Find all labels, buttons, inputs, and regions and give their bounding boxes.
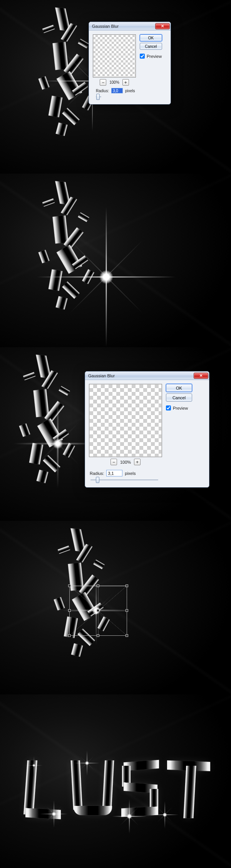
tutorial-step-5-final: [0, 694, 231, 868]
plus-icon: +: [136, 460, 139, 464]
letter-u: [70, 758, 116, 824]
zoom-in-button[interactable]: +: [122, 79, 129, 86]
ok-label: OK: [176, 386, 182, 390]
dialog-titlebar[interactable]: Gaussian Blur ✕: [89, 22, 171, 30]
zoom-level: 100%: [109, 80, 119, 84]
tutorial-step-3: Gaussian Blur ✕ − 100% + Radius: pixels: [0, 347, 231, 521]
close-button[interactable]: ✕: [155, 23, 170, 29]
tutorial-step-2: [0, 174, 231, 347]
filter-preview[interactable]: [93, 34, 136, 78]
radius-input[interactable]: [106, 470, 122, 476]
transform-handle[interactable]: [68, 609, 71, 612]
minus-icon: −: [112, 460, 115, 464]
close-icon: ✕: [161, 24, 164, 28]
transform-bounding-box[interactable]: [69, 586, 127, 636]
radius-slider[interactable]: [90, 476, 158, 483]
preview-checkbox-row[interactable]: Preview: [140, 54, 162, 59]
close-button[interactable]: ✕: [194, 373, 208, 379]
transform-handle[interactable]: [126, 634, 128, 637]
cancel-button[interactable]: Cancel: [140, 43, 162, 50]
artwork-word: [22, 752, 212, 829]
transform-handle[interactable]: [126, 609, 128, 612]
dialog-title: Gaussian Blur: [92, 24, 119, 29]
radius-unit: pixels: [125, 471, 136, 476]
preview-checkbox[interactable]: [140, 54, 145, 59]
letter-s: [118, 758, 164, 824]
preview-checkbox[interactable]: [166, 405, 171, 410]
cancel-label: Cancel: [172, 395, 186, 400]
transform-center[interactable]: [97, 609, 99, 612]
ok-button[interactable]: OK: [140, 34, 162, 41]
tutorial-step-4: [0, 521, 231, 694]
radius-slider[interactable]: [96, 93, 101, 100]
gaussian-blur-dialog: Gaussian Blur ✕ − 100% + Radius: pixels: [85, 371, 209, 488]
gaussian-blur-dialog: Gaussian Blur ✕ − 100% + Radius: pixels: [89, 22, 171, 105]
transform-handle[interactable]: [68, 584, 71, 587]
minus-icon: −: [102, 80, 104, 85]
dialog-title: Gaussian Blur: [88, 373, 115, 378]
zoom-out-button[interactable]: −: [110, 459, 117, 465]
shattered-artwork: [42, 174, 127, 312]
cancel-label: Cancel: [145, 44, 157, 49]
preview-checkbox-row[interactable]: Preview: [166, 405, 192, 410]
plus-icon: +: [124, 80, 127, 85]
preview-label: Preview: [147, 54, 162, 59]
zoom-level: 100%: [120, 460, 131, 464]
tutorial-step-1: Gaussian Blur ✕ − 100% + Radius: pixels: [0, 0, 231, 174]
close-icon: ✕: [199, 373, 203, 378]
ok-button[interactable]: OK: [166, 384, 192, 392]
transform-handle[interactable]: [97, 634, 99, 637]
letter-l: [22, 758, 68, 824]
radius-unit: pixels: [125, 89, 135, 93]
dialog-titlebar[interactable]: Gaussian Blur ✕: [85, 372, 209, 380]
letter-t: [166, 758, 212, 824]
transform-handle[interactable]: [126, 584, 128, 587]
ok-label: OK: [148, 36, 154, 40]
zoom-out-button[interactable]: −: [100, 79, 106, 86]
preview-label: Preview: [173, 406, 188, 410]
filter-preview[interactable]: [89, 384, 162, 457]
radius-label: Radius:: [96, 89, 109, 93]
transform-handle[interactable]: [68, 634, 71, 637]
radius-input[interactable]: [111, 88, 123, 93]
transform-handle[interactable]: [97, 584, 99, 587]
cancel-button[interactable]: Cancel: [166, 393, 192, 402]
radius-label: Radius:: [90, 471, 104, 476]
zoom-in-button[interactable]: +: [134, 459, 141, 465]
